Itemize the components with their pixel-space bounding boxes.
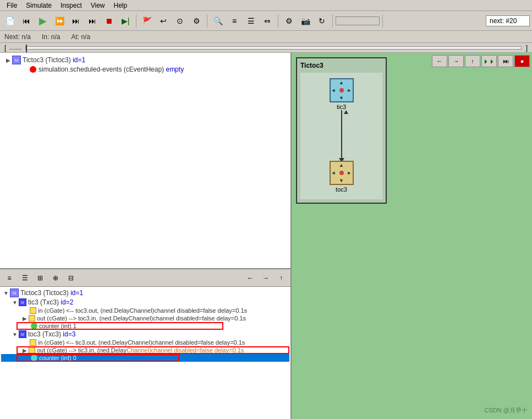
toc3-out-wrapper: ▶ out (cGate) --> tic3.in, (ned.DelayCha… <box>1 346 289 354</box>
network-inner: ▲ ▼ ◄ ► tic3 ▲ <box>300 73 382 199</box>
table-button[interactable]: ⊟ <box>64 271 78 285</box>
bottom-tic3-arrow[interactable]: ▼ <box>11 300 19 306</box>
faster-button[interactable]: ⏭ <box>68 13 84 29</box>
toc3-out-arrow[interactable]: ▶ <box>21 347 29 353</box>
next-input[interactable]: next: #20 <box>486 15 530 26</box>
list2-button[interactable]: ☰ <box>243 13 259 29</box>
gate-out-icon <box>29 315 35 322</box>
tic3-label-text: tic3 <box>337 104 346 110</box>
event-button[interactable]: ⊙ <box>172 13 188 29</box>
inspector-top: ▶ M Tictoc3 (Tictoc3) id=1 simulation.sc… <box>0 53 290 269</box>
toc3-arrow-left: ◄ <box>331 170 336 176</box>
menu-file[interactable]: File <box>2 1 21 10</box>
tree-root-item[interactable]: ▶ M Tictoc3 (Tictoc3) id=1 <box>2 55 288 65</box>
connect-button[interactable]: ⇔ <box>260 13 275 29</box>
toc3-out-label: out (cGate) --> tic3.in, (ned.DelayChann… <box>37 347 244 353</box>
list-flat-button[interactable]: ≡ <box>2 271 17 285</box>
tic3-dot <box>339 88 344 92</box>
main-container: ▶ M Tictoc3 (Tictoc3) id=1 simulation.sc… <box>0 53 532 419</box>
bottom-toc3-arrow[interactable]: ▼ <box>11 331 19 338</box>
tic3-label: tic3 (Txc3) id=2 <box>28 298 73 306</box>
toc3-arrow-up: ▲ <box>339 162 344 168</box>
list1-button[interactable]: ≡ <box>227 13 242 29</box>
toc3-arrow-down: ▼ <box>339 178 344 183</box>
tree-events-item[interactable]: simulation.scheduled-events (cEventHeap)… <box>2 65 288 74</box>
toc3-label-text: toc3 <box>336 186 347 193</box>
toc3-out-gate[interactable]: ▶ out (cGate) --> tic3.in, (ned.DelayCha… <box>1 346 289 354</box>
toc3-node[interactable]: ▲ ▼ ◄ ► <box>330 161 354 185</box>
stop-button[interactable]: ⏹ <box>101 13 117 29</box>
tic3-icon: M <box>19 298 26 306</box>
nav-end-button[interactable]: ⏭ <box>498 55 513 67</box>
tic3-out-wrapper: ▶ out (cGate) --> toc3.in, (ned.DelayCha… <box>1 314 289 322</box>
bottom-root-icon: M <box>10 289 19 297</box>
nav-forward-button[interactable]: → <box>448 55 464 67</box>
filter-button[interactable]: ⊕ <box>48 271 63 285</box>
refresh-button[interactable]: ↻ <box>314 13 330 29</box>
timeline-left-bracket: [ <box>2 44 8 52</box>
menu-simulate[interactable]: Simulate <box>21 1 56 10</box>
nav-up-button[interactable]: ↑ <box>465 55 480 67</box>
toc3-node-container[interactable]: ▲ ▼ ◄ ► toc3 <box>330 161 354 193</box>
event-icon <box>30 66 36 73</box>
forward-button[interactable]: → <box>259 271 273 285</box>
toc3-param-icon <box>31 355 37 361</box>
nav-stop-button[interactable]: ● <box>514 55 530 67</box>
bottom-tree-root[interactable]: ▼ M Tictoc3 (Tictoc3) id=1 <box>1 288 289 298</box>
bottom-root-arrow[interactable]: ▼ <box>2 290 10 296</box>
tic3-arrow-right: ► <box>347 88 352 93</box>
nav-play-button[interactable]: ⏵⏵ <box>481 55 497 67</box>
menu-inspect[interactable]: Inspect <box>56 1 86 10</box>
next-status: Next: n/a <box>4 33 42 41</box>
tic3-node[interactable]: ▲ ▼ ◄ ► <box>330 78 354 102</box>
list-indent-button[interactable]: ☰ <box>18 271 32 285</box>
timeline-marker <box>26 45 27 52</box>
tic3-out-gate[interactable]: ▶ out (cGate) --> toc3.in, (ned.DelayCha… <box>1 314 289 322</box>
new-button[interactable]: 📄 <box>2 13 18 29</box>
bottom-tic3-item[interactable]: ▼ M tic3 (Txc3) id=2 <box>1 298 289 307</box>
tic3-in-label: in (cGate) <-- toc3.out, (ned.DelayChann… <box>38 307 247 314</box>
tic3-counter[interactable]: counter (int) 1 <box>1 322 289 330</box>
fastest-button[interactable]: ⏭ <box>85 13 100 29</box>
left-panel: ▶ M Tictoc3 (Tictoc3) id=1 simulation.sc… <box>0 53 292 419</box>
toc3-in-gate[interactable]: in (cGate) <-- tic3.out, (ned.DelayChann… <box>1 339 289 346</box>
toc3-counter[interactable]: counter (int) 0 <box>1 354 289 362</box>
zoom-in-button[interactable]: 🔍 <box>210 13 226 29</box>
bottom-toc3-item[interactable]: ▼ M toc3 (Txc3) id=3 <box>1 330 289 339</box>
toc3-gate-out-icon <box>29 347 35 353</box>
tree-root-arrow[interactable]: ▶ <box>4 57 12 63</box>
bottom-toolbar: ≡ ☰ ⊞ ⊕ ⊟ ← → ↑ <box>0 269 290 287</box>
back-button[interactable]: ← <box>243 271 257 285</box>
record-button[interactable]: 🚩 <box>139 13 155 29</box>
settings-button[interactable]: ⚙ <box>281 13 297 29</box>
inspector-bottom: ▼ M Tictoc3 (Tictoc3) id=1 ▼ M tic3 (Txc… <box>0 287 290 419</box>
param-icon <box>31 323 37 329</box>
menu-view[interactable]: View <box>86 1 109 10</box>
fast-forward-button[interactable]: ⏩ <box>52 13 67 29</box>
statusbar: Next: n/a In: n/a At: n/a <box>0 31 532 43</box>
network-title: Tictoc3 <box>300 62 382 69</box>
tic3-out-arrow[interactable]: ▶ <box>21 315 29 322</box>
tic3-out-label: out (cGate) --> toc3.in, (ned.DelayChann… <box>37 315 246 322</box>
tic3-in-gate[interactable]: in (cGate) <-- toc3.out, (ned.DelayChann… <box>1 307 289 314</box>
timeline: [ ........ ] <box>0 43 532 53</box>
timeline-track[interactable] <box>25 46 522 50</box>
tic3-node-container[interactable]: ▲ ▼ ◄ ► tic3 <box>330 78 354 110</box>
camera-button[interactable]: 📷 <box>298 13 313 29</box>
play-button[interactable]: ▶ <box>35 13 51 29</box>
nav-back-button[interactable]: ← <box>432 55 447 67</box>
up-button[interactable]: ↑ <box>274 271 288 285</box>
toc3-counter-wrapper: counter (int) 0 <box>1 354 289 362</box>
reset-button[interactable]: ↩ <box>156 13 171 29</box>
toc3-label: toc3 (Txc3) id=3 <box>28 330 75 338</box>
connection-line <box>341 110 342 160</box>
run-to-start-button[interactable]: ⏮ <box>19 13 34 29</box>
menu-help[interactable]: Help <box>109 1 132 10</box>
config-button[interactable]: ⚙ <box>189 13 204 29</box>
connection-arrow-up <box>344 110 348 114</box>
nav-buttons: ← → ↑ ⏵⏵ ⏭ ● <box>432 55 530 67</box>
list-detail-button[interactable]: ⊞ <box>33 271 47 285</box>
toc3-counter-label: counter (int) 0 <box>39 355 76 361</box>
toc3-arrow-right: ► <box>347 170 352 176</box>
step-button[interactable]: ▶| <box>118 13 133 29</box>
